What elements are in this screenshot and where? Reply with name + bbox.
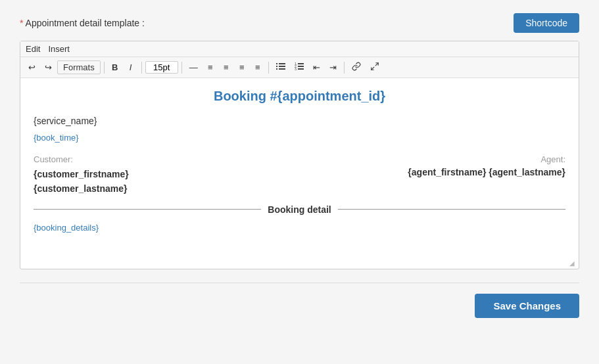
align-center-button[interactable]: ≡ (219, 60, 233, 74)
svg-rect-9 (298, 66, 304, 67)
customer-label: Customer: (34, 154, 381, 164)
service-name: {service_name} (34, 116, 565, 126)
header-row: * Appointment detail template : Shortcod… (20, 13, 579, 33)
font-size-input[interactable] (145, 61, 178, 74)
divider-line-right (338, 209, 565, 210)
customer-col: Customer: {customer_firstname} {customer… (34, 154, 381, 196)
booking-title: Booking #{appointment_id} (34, 89, 565, 104)
separator-3 (181, 62, 182, 74)
agent-col: Agent: {agent_firstname} {agent_lastname… (408, 154, 565, 177)
agent-name: {agent_firstname} {agent_lastname} (408, 167, 565, 177)
separator-2 (141, 62, 142, 74)
undo-button[interactable]: ↩ (24, 60, 39, 74)
fullscreen-button[interactable] (366, 60, 383, 75)
booking-details: {booking_details} (34, 223, 565, 233)
indent-in-button[interactable]: ⇥ (325, 60, 341, 74)
separator-4 (268, 62, 269, 74)
svg-rect-5 (279, 68, 285, 70)
align-justify-button[interactable]: ≡ (251, 60, 265, 74)
customer-lastname: {customer_lastname} (34, 181, 381, 196)
footer-divider (20, 283, 579, 283)
customer-firstname: {customer_firstname} (34, 167, 381, 181)
hr-button[interactable]: — (185, 60, 202, 74)
editor-container: Edit Insert ↩ ↪ Formats B I — ≡ ≡ ≡ ≡ (20, 41, 579, 269)
redo-button[interactable]: ↪ (41, 60, 56, 74)
svg-rect-7 (298, 63, 304, 64)
svg-rect-0 (276, 63, 277, 64)
editor-toolbar: ↩ ↪ Formats B I — ≡ ≡ ≡ ≡ 1. (20, 57, 579, 78)
bold-button[interactable]: B (108, 60, 122, 74)
footer-row: Save Changes (20, 294, 579, 318)
svg-rect-2 (276, 66, 277, 67)
menu-edit[interactable]: Edit (26, 44, 40, 54)
svg-rect-11 (298, 68, 304, 70)
template-label: * Appointment detail template : (20, 18, 145, 28)
svg-line-13 (371, 67, 373, 70)
svg-rect-4 (276, 68, 277, 70)
shortcode-button[interactable]: Shortcode (514, 13, 579, 33)
label-text: Appointment detail template : (23, 18, 144, 28)
align-left-button[interactable]: ≡ (203, 60, 218, 74)
divider-line-left (34, 209, 261, 210)
list-bullet-button[interactable] (272, 60, 289, 75)
separator-5 (344, 62, 345, 74)
book-time: {book_time} (34, 133, 565, 143)
separator-1 (104, 62, 105, 74)
editor-menubar: Edit Insert (20, 41, 579, 57)
save-changes-button[interactable]: Save Changes (475, 294, 579, 318)
menu-insert[interactable]: Insert (48, 44, 70, 54)
align-right-button[interactable]: ≡ (235, 60, 249, 74)
svg-rect-3 (279, 66, 285, 67)
customer-agent-row: Customer: {customer_firstname} {customer… (34, 154, 565, 196)
link-button[interactable] (348, 60, 365, 75)
svg-line-12 (375, 63, 378, 66)
indent-out-button[interactable]: ⇤ (309, 60, 324, 74)
formats-button[interactable]: Formats (57, 60, 101, 74)
svg-text:3.: 3. (295, 67, 297, 71)
editor-content[interactable]: Booking #{appointment_id} {service_name}… (20, 78, 579, 269)
italic-button[interactable]: I (124, 60, 138, 74)
booking-detail-label: Booking detail (268, 204, 331, 215)
list-ordered-button[interactable]: 1. 2. 3. (291, 60, 308, 75)
svg-rect-1 (279, 63, 285, 64)
agent-label: Agent: (408, 154, 565, 164)
resize-handle[interactable]: ◢ (569, 260, 576, 266)
booking-detail-divider-row: Booking detail (34, 204, 565, 215)
